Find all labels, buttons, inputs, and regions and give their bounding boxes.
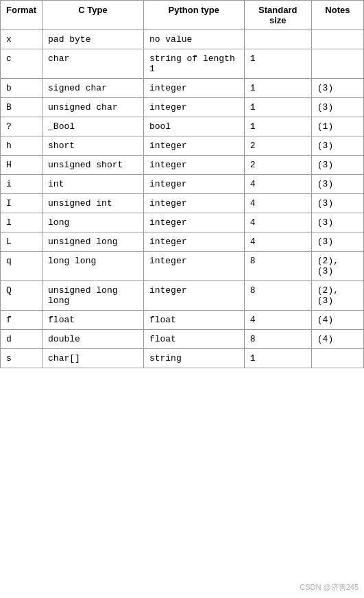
table-row: Qunsigned long longinteger8(2), (3) bbox=[1, 281, 364, 311]
table-cell: double bbox=[43, 330, 144, 349]
table-cell: unsigned long long bbox=[43, 281, 144, 311]
table-cell: integer bbox=[143, 79, 244, 98]
table-cell: L bbox=[1, 232, 43, 252]
table-cell: char[] bbox=[43, 349, 144, 368]
table-cell: 4 bbox=[244, 194, 311, 213]
table-cell: H bbox=[1, 156, 43, 175]
table-cell: B bbox=[1, 98, 43, 117]
table-cell: int bbox=[43, 175, 144, 194]
table-cell: no value bbox=[143, 30, 244, 49]
table-row: Iunsigned intinteger4(3) bbox=[1, 194, 364, 213]
table-cell: I bbox=[1, 194, 43, 213]
table-cell: 8 bbox=[244, 252, 311, 281]
table-cell: 1 bbox=[244, 79, 311, 98]
table-cell: Q bbox=[1, 281, 43, 311]
table-cell: s bbox=[1, 349, 43, 368]
table-cell: l bbox=[1, 213, 43, 232]
table-cell: 2 bbox=[244, 136, 311, 156]
table-cell: 1 bbox=[244, 49, 311, 79]
table-cell: b bbox=[1, 79, 43, 98]
table-cell: x bbox=[1, 30, 43, 49]
table-cell: 4 bbox=[244, 175, 311, 194]
table-row: ffloatfloat4(4) bbox=[1, 311, 364, 330]
table-cell: unsigned char bbox=[43, 98, 144, 117]
table-row: ddoublefloat8(4) bbox=[1, 330, 364, 349]
table-cell: long long bbox=[43, 252, 144, 281]
col-header-stdsize: Standard size bbox=[244, 1, 311, 30]
table-cell: 1 bbox=[244, 117, 311, 136]
table-row: Bunsigned charinteger1(3) bbox=[1, 98, 364, 117]
table-cell bbox=[244, 30, 311, 49]
table-row: ?_Boolbool1(1) bbox=[1, 117, 364, 136]
table-row: llonginteger4(3) bbox=[1, 213, 364, 232]
table-cell: float bbox=[43, 311, 144, 330]
table-cell: bool bbox=[143, 117, 244, 136]
table-cell bbox=[311, 349, 363, 368]
table-cell: integer bbox=[143, 156, 244, 175]
table-cell: (3) bbox=[311, 98, 363, 117]
col-header-ctype: C Type bbox=[43, 1, 144, 30]
col-header-python: Python type bbox=[143, 1, 244, 30]
table-cell: string bbox=[143, 349, 244, 368]
table-cell: (2), (3) bbox=[311, 252, 363, 281]
col-header-notes: Notes bbox=[311, 1, 363, 30]
table-cell: integer bbox=[143, 213, 244, 232]
table-cell: (3) bbox=[311, 213, 363, 232]
table-row: hshortinteger2(3) bbox=[1, 136, 364, 156]
table-cell: (2), (3) bbox=[311, 281, 363, 311]
table-row: schar[]string1 bbox=[1, 349, 364, 368]
table-cell: (3) bbox=[311, 175, 363, 194]
table-cell bbox=[311, 30, 363, 49]
table-cell: (3) bbox=[311, 156, 363, 175]
table-row: Lunsigned longinteger4(3) bbox=[1, 232, 364, 252]
table-cell: integer bbox=[143, 175, 244, 194]
table-cell: float bbox=[143, 330, 244, 349]
table-row: ccharstring of length 11 bbox=[1, 49, 364, 79]
table-cell: integer bbox=[143, 252, 244, 281]
table-row: xpad byteno value bbox=[1, 30, 364, 49]
table-cell: (4) bbox=[311, 330, 363, 349]
table-cell: c bbox=[1, 49, 43, 79]
table-cell: integer bbox=[143, 281, 244, 311]
table-row: bsigned charinteger1(3) bbox=[1, 79, 364, 98]
table-row: iintinteger4(3) bbox=[1, 175, 364, 194]
table-cell: 1 bbox=[244, 349, 311, 368]
table-row: qlong longinteger8(2), (3) bbox=[1, 252, 364, 281]
table-cell: integer bbox=[143, 98, 244, 117]
table-row: Hunsigned shortinteger2(3) bbox=[1, 156, 364, 175]
table-cell: q bbox=[1, 252, 43, 281]
table-cell: 4 bbox=[244, 232, 311, 252]
table-cell: 1 bbox=[244, 98, 311, 117]
table-cell: integer bbox=[143, 232, 244, 252]
table-cell: integer bbox=[143, 194, 244, 213]
table-cell: h bbox=[1, 136, 43, 156]
table-cell: short bbox=[43, 136, 144, 156]
table-cell: (3) bbox=[311, 79, 363, 98]
table-cell: 2 bbox=[244, 156, 311, 175]
table-cell: (3) bbox=[311, 194, 363, 213]
table-cell: pad byte bbox=[43, 30, 144, 49]
table-cell: d bbox=[1, 330, 43, 349]
table-cell: string of length 1 bbox=[143, 49, 244, 79]
table-cell: integer bbox=[143, 136, 244, 156]
data-table: Format C Type Python type Standard size … bbox=[0, 0, 364, 368]
table-cell: long bbox=[43, 213, 144, 232]
table-cell: _Bool bbox=[43, 117, 144, 136]
table-cell: 4 bbox=[244, 311, 311, 330]
table-cell: ? bbox=[1, 117, 43, 136]
table-cell bbox=[311, 49, 363, 79]
table-cell: unsigned short bbox=[43, 156, 144, 175]
table-cell: float bbox=[143, 311, 244, 330]
table-cell: 8 bbox=[244, 281, 311, 311]
table-cell: 4 bbox=[244, 213, 311, 232]
table-cell: (3) bbox=[311, 232, 363, 252]
table-cell: (1) bbox=[311, 117, 363, 136]
table-cell: char bbox=[43, 49, 144, 79]
table-cell: i bbox=[1, 175, 43, 194]
col-header-format: Format bbox=[1, 1, 43, 30]
table-cell: 8 bbox=[244, 330, 311, 349]
table-cell: unsigned int bbox=[43, 194, 144, 213]
table-cell: (3) bbox=[311, 136, 363, 156]
table-cell: unsigned long bbox=[43, 232, 144, 252]
table-cell: f bbox=[1, 311, 43, 330]
